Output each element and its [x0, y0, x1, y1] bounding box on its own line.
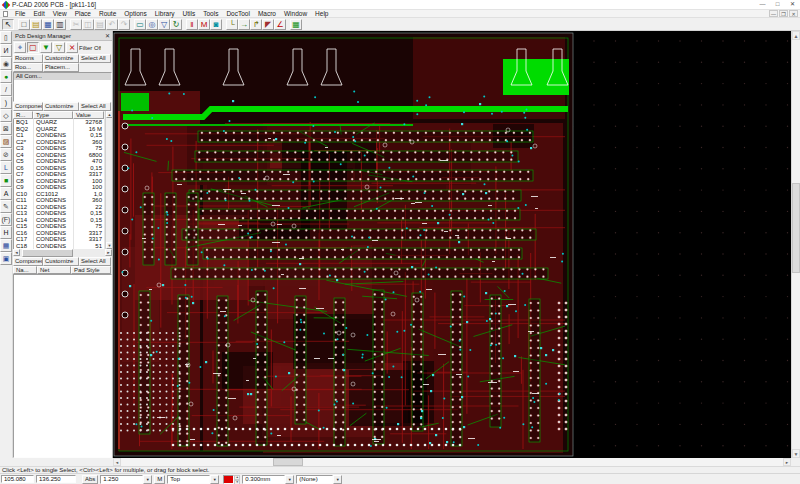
layer-spinner[interactable]: ▲▼ [234, 475, 240, 484]
nets-select-all-button[interactable]: Select All [79, 257, 111, 266]
column-header-na[interactable]: Na... [13, 266, 37, 274]
place-copper-pour-button[interactable]: ▨ [0, 135, 12, 148]
mdi-close-button[interactable]: ✕ [789, 10, 798, 17]
route-bus-button[interactable]: ◤ [262, 19, 274, 30]
route-manual-button[interactable]: └ [226, 19, 238, 30]
dm-filter-clear-icon-button[interactable]: ⨯ [66, 42, 78, 53]
components-componen-button[interactable]: Componen [13, 102, 43, 111]
components-table-scrollbar[interactable]: ▲ ▼ [105, 111, 112, 249]
nets-customize-button[interactable]: Customize [43, 257, 79, 266]
chevron-down-icon[interactable]: ▼ [285, 475, 294, 484]
record-macro-button[interactable]: ◙ [210, 19, 222, 30]
nets-list[interactable] [13, 274, 112, 458]
line-width-select[interactable]: 0.300mm ▼ [242, 475, 294, 484]
column-header-net[interactable]: Net [37, 266, 71, 274]
open-document-button[interactable]: ▤ [30, 19, 42, 30]
place-part-button[interactable]: ▯ [0, 31, 12, 44]
column-header-value[interactable]: Value [73, 111, 104, 119]
place-via-button[interactable]: ● [0, 70, 12, 83]
scroll-up-icon[interactable]: ▲ [106, 111, 113, 118]
dde-hotlink-button[interactable]: ‖ [186, 19, 198, 30]
menu-utils[interactable]: Utils [179, 10, 200, 18]
list-item[interactable]: All Com... [14, 73, 111, 80]
refresh-button[interactable]: ↻ [170, 19, 182, 30]
dm-filter-set-icon-button[interactable]: ▼ [40, 42, 52, 53]
chevron-down-icon[interactable]: ▼ [143, 475, 152, 484]
place-plane-button[interactable]: ■ [0, 174, 12, 187]
place-pad-button[interactable]: ◉ [0, 57, 12, 70]
nets-componen-button[interactable]: Componen [13, 257, 43, 266]
close-button[interactable]: ✕ [785, 0, 800, 9]
menu-window[interactable]: Window [280, 10, 311, 18]
intellisense-button[interactable]: M [198, 19, 210, 30]
menu-library[interactable]: Library [151, 10, 179, 18]
rooms-list[interactable]: All Com... [13, 72, 112, 102]
place-field-button[interactable]: (F) [0, 213, 12, 226]
panel-close-icon[interactable]: ✕ [105, 32, 110, 39]
place-cutout-button[interactable]: ⊘ [0, 148, 12, 161]
vscroll-up-icon[interactable]: ▲ [792, 31, 800, 40]
zoom-button[interactable]: ◎ [146, 19, 158, 30]
place-attribute-button[interactable]: ✎ [0, 200, 12, 213]
place-keepout-button[interactable]: L [0, 161, 12, 174]
route-ramp-button[interactable]: ∠ [274, 19, 286, 30]
menu-tools[interactable]: Tools [199, 10, 222, 18]
vscroll-down-icon[interactable]: ▼ [792, 449, 800, 458]
dm-room-icon-button[interactable]: ▢ [27, 42, 39, 53]
grid-select[interactable]: 1.250 ▼ [100, 475, 152, 484]
filter-select-button[interactable]: ▽ [158, 19, 170, 30]
scroll-right-icon[interactable]: ► [105, 249, 112, 256]
rooms-customize-button[interactable]: Customize [43, 54, 79, 63]
column-header-type[interactable]: Type [33, 111, 73, 119]
x-coordinate-field[interactable]: 105.080 [1, 475, 34, 483]
chevron-down-icon[interactable]: ▼ [333, 475, 342, 484]
vscroll-thumb[interactable] [792, 183, 800, 273]
maximize-button[interactable]: □ [770, 0, 785, 9]
save-document-button[interactable]: ▦ [42, 19, 54, 30]
rooms-sub-roo-button[interactable]: Roo... [13, 63, 43, 72]
new-document-button[interactable]: □ [18, 19, 30, 30]
route-interactive-button[interactable]: → [238, 19, 250, 30]
menu-file[interactable]: File [11, 10, 29, 18]
column-header-r[interactable]: R... [13, 111, 33, 119]
menu-route[interactable]: Route [95, 10, 120, 18]
route-miter-button[interactable]: ↱ [250, 19, 262, 30]
via-style-select[interactable]: (None) ▼ [296, 475, 342, 484]
print-button[interactable]: ▥ [54, 19, 66, 30]
menu-options[interactable]: Options [120, 10, 150, 18]
chevron-down-icon[interactable]: ▼ [210, 475, 219, 484]
layer-select[interactable]: Top ▼ [167, 475, 219, 484]
vertical-scrollbar[interactable]: ▲ ▼ [791, 31, 800, 458]
pattern-grid-button[interactable]: ▦ [290, 19, 302, 30]
place-text-button[interactable]: A [0, 187, 12, 200]
menu-help[interactable]: Help [311, 10, 332, 18]
zoom-window-button[interactable]: ▭ [134, 19, 146, 30]
place-detail-button[interactable]: ▣ [0, 252, 12, 265]
hscroll-thumb-main[interactable] [273, 458, 303, 466]
place-polygon-button[interactable]: ◇ [0, 109, 12, 122]
y-coordinate-field[interactable]: 136.250 [36, 475, 76, 483]
place-dimension-button[interactable]: H [0, 226, 12, 239]
menu-edit[interactable]: Edit [29, 10, 48, 18]
hscroll-thumb[interactable] [22, 249, 73, 257]
rooms-select-all-button[interactable]: Select All [79, 54, 111, 63]
components-customize-button[interactable]: Customize [43, 102, 79, 111]
menu-view[interactable]: View [49, 10, 71, 18]
menu-doctool[interactable]: DocTool [222, 10, 253, 18]
dm-filter-icon-button[interactable]: ▽ [53, 42, 65, 53]
horizontal-scrollbar[interactable]: ◄ ► [113, 458, 791, 466]
scroll-left-icon[interactable]: ◄ [13, 249, 20, 256]
mdi-minimize-button[interactable]: — [769, 10, 778, 17]
place-table-button[interactable]: ▦ [0, 239, 12, 252]
hscroll-right-icon[interactable]: ► [783, 458, 791, 466]
place-connection-button[interactable]: И [0, 44, 12, 57]
pcb-canvas[interactable] [113, 31, 791, 458]
column-header-pad-style[interactable]: Pad Style [71, 266, 111, 274]
minimize-button[interactable]: — [755, 0, 770, 9]
abs-rel-button[interactable]: Abs [82, 475, 98, 484]
select-tool-button[interactable]: ↖ [2, 19, 14, 30]
scroll-down-icon[interactable]: ▼ [106, 242, 113, 249]
dm-select-icon-button[interactable]: ⌖ [14, 42, 26, 53]
components-select-all-button[interactable]: Select All [79, 102, 111, 111]
place-ref-point-button[interactable]: ⊠ [0, 122, 12, 135]
